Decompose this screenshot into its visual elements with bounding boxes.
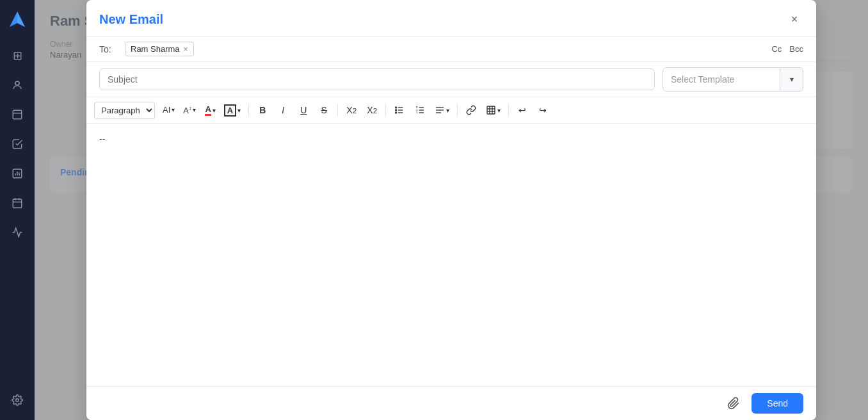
svg-marker-1	[17, 12, 25, 27]
modal-footer: Send	[86, 386, 816, 420]
template-dropdown-arrow[interactable]: ▾	[780, 68, 803, 91]
cc-bcc-group: Cc Bcc	[771, 44, 803, 54]
strikethrough-button[interactable]: S	[314, 101, 334, 119]
to-row: To: Ram Sharma × Cc Bcc	[86, 36, 816, 62]
toolbar-divider-4	[457, 104, 458, 117]
new-email-modal: New Email × To: Ram Sharma × Cc Bcc	[86, 0, 816, 420]
calendar-icon[interactable]	[5, 191, 29, 215]
bg-color-icon: A	[224, 104, 236, 117]
home-icon[interactable]: ⊞	[5, 44, 29, 68]
template-select[interactable]: Select Template ▾	[663, 67, 803, 92]
close-button[interactable]: ×	[785, 10, 803, 28]
contacts-icon[interactable]	[5, 73, 29, 97]
align-group: ▾	[431, 102, 453, 118]
svg-point-18	[396, 109, 397, 111]
send-button[interactable]: Send	[751, 393, 803, 414]
bcc-button[interactable]: Bcc	[789, 44, 803, 54]
font-size-icon: AI	[163, 105, 170, 115]
recipient-tags: Ram Sharma ×	[125, 42, 764, 56]
bold-button[interactable]: B	[253, 101, 272, 119]
modal-header: New Email ×	[86, 0, 816, 36]
main-area: Ram Sharma Owner Narayan Communication E…	[35, 0, 868, 420]
font-color-arrow: ▾	[213, 107, 216, 114]
subscript-button[interactable]: X2	[342, 101, 361, 119]
remove-recipient-button[interactable]: ×	[184, 45, 188, 53]
modal-title: New Email	[99, 12, 163, 27]
sidebar: ⊞	[0, 0, 35, 420]
italic-button[interactable]: I	[273, 101, 293, 119]
table-group: ▾	[482, 102, 504, 118]
cc-button[interactable]: Cc	[771, 44, 782, 54]
ordered-list-button[interactable]: 2. 3.	[410, 101, 430, 119]
svg-point-13	[16, 399, 19, 402]
template-select-label: Select Template	[663, 74, 780, 85]
svg-rect-3	[13, 110, 22, 119]
color-group: A ▾ A ▾	[201, 102, 245, 119]
modal-overlay: New Email × To: Ram Sharma × Cc Bcc	[35, 0, 868, 420]
editor-content: --	[99, 134, 105, 144]
toolbar-divider-3	[385, 104, 386, 117]
svg-point-2	[15, 81, 19, 85]
bullet-list-button[interactable]	[390, 101, 409, 119]
paragraph-style-select[interactable]: Paragraph	[94, 102, 155, 119]
analytics-icon[interactable]	[5, 220, 29, 245]
font-size-adjust-button[interactable]: A↕ ▾	[179, 102, 200, 118]
tasks-icon[interactable]	[5, 132, 29, 156]
to-label: To:	[99, 44, 117, 54]
font-size-group: AI ▾ A↕ ▾	[159, 102, 200, 118]
redo-button[interactable]: ↪	[533, 101, 552, 119]
deals-icon[interactable]	[5, 102, 29, 127]
underline-button[interactable]: U	[294, 101, 313, 119]
superscript-button[interactable]: X2	[362, 101, 382, 119]
svg-rect-28	[487, 106, 495, 114]
attach-file-button[interactable]	[723, 393, 744, 414]
svg-point-19	[396, 112, 397, 113]
recipient-name: Ram Sharma	[131, 44, 180, 54]
table-button[interactable]: ▾	[482, 102, 504, 118]
toolbar-divider-5	[508, 104, 509, 117]
svg-point-17	[396, 107, 397, 108]
svg-rect-9	[13, 199, 22, 208]
font-size-arrow: ▾	[172, 106, 175, 113]
subject-row: Select Template ▾	[86, 62, 816, 97]
font-size-adjust-arrow: ▾	[193, 106, 196, 113]
subject-input[interactable]	[99, 69, 655, 90]
settings-icon[interactable]	[5, 388, 29, 412]
align-arrow: ▾	[446, 107, 449, 114]
font-color-icon: A	[205, 104, 211, 116]
font-color-button[interactable]: A ▾	[201, 102, 219, 118]
font-size-button[interactable]: AI ▾	[159, 102, 179, 117]
email-editor[interactable]: --	[86, 124, 816, 386]
font-size-adjust-icon: A↕	[183, 105, 191, 115]
table-arrow: ▾	[497, 107, 501, 114]
bg-color-button[interactable]: A ▾	[220, 102, 245, 119]
align-button[interactable]: ▾	[431, 102, 453, 118]
undo-button[interactable]: ↩	[513, 101, 532, 119]
editor-toolbar: Paragraph AI ▾ A↕ ▾ A ▾	[86, 97, 816, 124]
toolbar-divider-1	[248, 104, 249, 117]
bg-color-arrow: ▾	[237, 107, 241, 114]
toolbar-divider-2	[337, 104, 338, 117]
app-logo[interactable]	[6, 8, 29, 31]
svg-text:3.: 3.	[416, 111, 418, 114]
recipient-tag[interactable]: Ram Sharma ×	[125, 42, 194, 56]
link-button[interactable]	[462, 101, 481, 119]
reports-icon[interactable]	[5, 161, 29, 186]
